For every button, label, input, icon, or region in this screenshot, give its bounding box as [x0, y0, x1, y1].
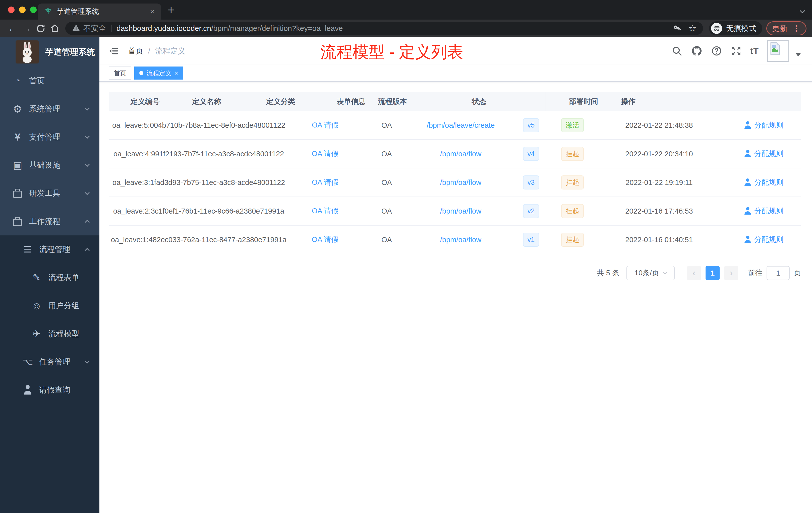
sidebar-item[interactable]: 流程表单 — [0, 264, 99, 292]
url-host: dashboard.yudao.iocoder.cn — [116, 24, 211, 33]
sidebar-item[interactable]: 用户分组 — [0, 292, 99, 320]
definition-name-link[interactable]: OA 请假 — [312, 235, 339, 245]
form-link[interactable]: /bpm/oa/flow — [440, 207, 481, 215]
sidebar-item[interactable]: 流程管理 — [0, 235, 99, 264]
dashboard-icon — [11, 75, 24, 86]
minimize-window-button[interactable] — [19, 6, 26, 13]
deploy-time: 2022-01-16 01:40:51 — [592, 225, 726, 254]
chevron-down-icon — [85, 190, 90, 195]
bookmark-star-icon[interactable]: ☆ — [689, 23, 696, 34]
column-header: 定义编号 — [109, 92, 181, 111]
assign-rule-link[interactable]: 分配规则 — [754, 235, 783, 245]
sidebar-item[interactable]: 任务管理 — [0, 348, 99, 376]
definition-id: oa_leave:3:1fad3d93-7b75-11ec-a3c8-acde4… — [109, 169, 289, 197]
sidebar-item-label: 流程模型 — [48, 329, 79, 339]
sidebar-item[interactable]: 研发工具 — [0, 179, 99, 207]
definition-name-link[interactable]: OA 请假 — [312, 120, 339, 130]
form-link[interactable]: /bpm/oa/flow — [440, 178, 481, 187]
help-icon[interactable] — [711, 46, 722, 57]
sidebar-item[interactable]: 工作流程 — [0, 207, 99, 235]
definition-name-link[interactable]: OA 请假 — [312, 149, 339, 159]
sidebar-item-label: 请假查询 — [39, 385, 70, 395]
reload-button[interactable] — [34, 23, 48, 33]
new-tab-button[interactable]: + — [168, 3, 174, 17]
browser-titlebar: 芋道管理系统 × + — [0, 0, 812, 20]
github-icon[interactable] — [691, 45, 702, 57]
tree-icon — [22, 356, 34, 367]
version-badge: v3 — [523, 175, 539, 189]
sidebar-item[interactable]: 流程模型 — [0, 320, 99, 348]
current-page-button[interactable]: 1 — [705, 266, 720, 280]
sidebar-item[interactable]: 基础设施 — [0, 151, 99, 179]
view-tag[interactable]: 首页 — [109, 66, 131, 80]
sidebar-item[interactable]: 系统管理 — [0, 95, 99, 123]
status-badge: 挂起 — [561, 147, 584, 161]
sidebar-submenu-background — [0, 404, 99, 513]
sidebar-collapse-icon[interactable] — [109, 46, 119, 56]
back-button[interactable]: ← — [5, 23, 20, 34]
sidebar-item[interactable]: 请假查询 — [0, 376, 99, 404]
breadcrumb-home[interactable]: 首页 — [128, 46, 143, 56]
close-icon[interactable]: × — [174, 70, 178, 76]
next-page-button[interactable]: › — [724, 266, 738, 280]
sidebar-item[interactable]: 支付管理 — [0, 123, 99, 151]
assign-rule-link[interactable]: 分配规则 — [754, 120, 783, 130]
prev-page-button[interactable]: ‹ — [687, 266, 701, 280]
chevron-down-icon — [85, 134, 90, 139]
close-window-button[interactable] — [8, 6, 14, 13]
url-bar[interactable]: 不安全 dashboard.yudao.iocoder.cn/bpm/manag… — [65, 22, 703, 35]
column-header: 操作 — [621, 92, 636, 111]
sidebar-logo: 芋道管理系统 — [0, 37, 99, 67]
form-link[interactable]: /bpm/oa/flow — [440, 236, 481, 244]
sidebar-item-label: 首页 — [29, 76, 45, 86]
definition-category: OA — [361, 225, 412, 254]
user-icon — [744, 236, 752, 244]
sidebar-menu: 首页 系统管理 支付管理 — [0, 67, 99, 404]
user-icon — [744, 207, 752, 215]
breadcrumb: 首页 / 流程定义 — [128, 46, 185, 56]
sidebar-item[interactable]: 首页 — [0, 67, 99, 95]
assign-rule-link[interactable]: 分配规则 — [754, 177, 783, 187]
definitions-table: 定义编号 定义名称 定义分类 表单信息 流程版本 状态 部署时间 操作 — [109, 92, 801, 254]
avatar-dropdown-caret-icon[interactable] — [795, 53, 801, 57]
logo-rabbit-avatar — [16, 40, 39, 63]
maximize-window-button[interactable] — [30, 6, 37, 13]
user-avatar-broken-image[interactable] — [767, 40, 789, 62]
assign-rule-link[interactable]: 分配规则 — [754, 149, 783, 159]
forward-button[interactable]: → — [20, 23, 34, 34]
password-key-icon[interactable] — [673, 24, 682, 33]
form-link[interactable]: /bpm/oa/flow — [440, 150, 481, 158]
version-badge: v1 — [523, 233, 539, 247]
chevron-up-icon — [85, 220, 90, 225]
assign-rule-link[interactable]: 分配规则 — [754, 206, 783, 216]
update-label[interactable]: 更新 — [772, 23, 788, 34]
kebab-menu-icon[interactable]: ⋮ — [792, 23, 801, 33]
total-count-label: 共 5 条 — [597, 268, 619, 278]
browser-update-menu[interactable]: 更新 ⋮ — [766, 21, 807, 35]
definition-id: oa_leave:5:004b710b-7b8a-11ec-8ef0-acde4… — [109, 111, 289, 139]
sidebar-item-label: 工作流程 — [29, 216, 60, 227]
font-size-icon[interactable] — [750, 46, 759, 56]
browser-tab[interactable]: 芋道管理系统 × — [38, 3, 161, 20]
fullscreen-icon[interactable] — [731, 46, 742, 57]
view-tag[interactable]: 流程定义 × — [134, 66, 183, 80]
form-link[interactable]: /bpm/oa/leave/create — [427, 121, 495, 129]
definition-name-link[interactable]: OA 请假 — [312, 206, 339, 216]
definition-name-link[interactable]: OA 请假 — [312, 177, 339, 187]
home-button[interactable] — [48, 23, 62, 33]
user-icon — [22, 385, 34, 396]
tab-strip-chevron-down-icon[interactable] — [800, 8, 806, 13]
browser-toolbar: ← → 不安全 dashboard.yudao.iocoder.cn/bpm/m… — [0, 20, 812, 37]
goto-page-input[interactable]: 1 — [766, 266, 790, 280]
url-path: /bpm/manager/definition?key=oa_leave — [211, 24, 343, 33]
chevron-down-icon — [85, 359, 90, 364]
close-tab-icon[interactable]: × — [150, 7, 155, 16]
definition-id: oa_leave:1:482ec033-762a-11ec-8477-a2380… — [109, 225, 289, 254]
column-header: 部署时间 — [546, 92, 621, 111]
briefcase-icon — [13, 219, 22, 226]
page-size-select[interactable]: 10条/页 — [627, 266, 675, 280]
search-icon[interactable] — [671, 46, 683, 57]
security-label[interactable]: 不安全 — [83, 23, 106, 34]
tag-label: 首页 — [114, 69, 126, 77]
table-row: oa_leave:4:991f2193-7b7f-11ec-a3c8-acde4… — [109, 140, 801, 169]
